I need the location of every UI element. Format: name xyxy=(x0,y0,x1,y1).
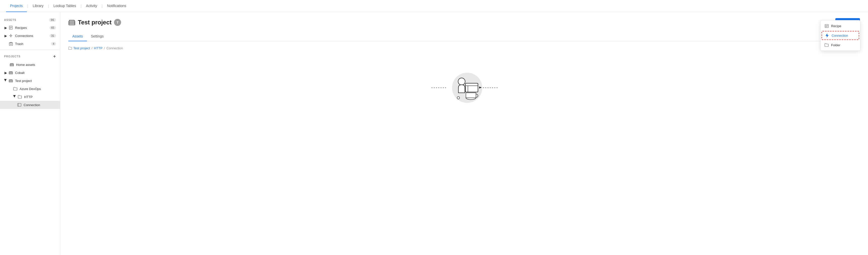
home-assets-stack-icon xyxy=(9,62,14,67)
connection-bolt-icon xyxy=(17,103,22,107)
sidebar-item-azure-devops[interactable]: Azure DevOps xyxy=(0,85,60,93)
cobalt-stack-icon xyxy=(8,70,13,75)
main-content: Test project T Create ▲ Assets Settings xyxy=(60,12,868,255)
nav-separator-4: | xyxy=(102,4,103,8)
illustration-figure xyxy=(453,73,483,103)
dropdown-item-folder[interactable]: Folder xyxy=(820,40,860,50)
dropdown-connection-label: Connection xyxy=(832,34,848,37)
recipes-label: Recipes xyxy=(15,26,50,30)
dropdown-connection-bolt-icon xyxy=(825,33,829,37)
dropdown-recipe-label: Recipe xyxy=(831,24,841,28)
azure-devops-label: Azure DevOps xyxy=(20,87,56,91)
svg-point-38 xyxy=(457,96,460,99)
projects-label: PROJECTS xyxy=(4,55,21,58)
sidebar: ASSETS 96 ▶ Recipes 65 ▶ xyxy=(0,12,60,255)
project-title-area: Test project T xyxy=(68,19,121,26)
projects-section-header: PROJECTS + xyxy=(0,52,60,61)
http-folder-icon xyxy=(18,94,22,99)
sidebar-item-trash[interactable]: Trash 4 xyxy=(0,40,60,48)
sidebar-item-connection[interactable]: Connection xyxy=(0,101,60,109)
project-name: Test project xyxy=(78,19,112,26)
cobalt-label: Cobalt xyxy=(15,71,56,75)
recipes-icon xyxy=(8,25,13,30)
svg-marker-5 xyxy=(10,34,11,34)
nav-item-lookup-tables[interactable]: Lookup Tables xyxy=(50,0,80,12)
svg-rect-37 xyxy=(466,93,476,98)
sidebar-item-cobalt[interactable]: ▶ Cobalt xyxy=(0,69,60,77)
nav-item-projects[interactable]: Projects xyxy=(6,0,27,12)
nav-separator-2: | xyxy=(48,4,49,8)
project-header: Test project T Create ▲ xyxy=(68,18,860,27)
dropdown-item-connection[interactable]: Connection xyxy=(822,31,859,40)
cobalt-chevron-icon: ▶ xyxy=(4,71,7,75)
trash-chevron-placeholder xyxy=(4,42,7,46)
assets-label: ASSETS xyxy=(4,18,16,21)
svg-marker-35 xyxy=(479,86,482,88)
illustration-dots-right xyxy=(483,87,498,88)
project-title: Test project T xyxy=(68,19,121,26)
connections-chevron-icon: ▶ xyxy=(4,34,7,37)
breadcrumb-project[interactable]: Test project xyxy=(73,46,90,50)
svg-marker-43 xyxy=(826,34,828,37)
http-label: HTTP xyxy=(24,95,56,99)
sidebar-item-recipes[interactable]: ▶ Recipes 65 xyxy=(0,24,60,32)
test-project-label: Test project xyxy=(15,79,56,83)
sidebar-item-home-assets[interactable]: Home assets xyxy=(0,61,60,69)
svg-rect-14 xyxy=(10,65,13,66)
top-nav: Projects | Library | Lookup Tables | Act… xyxy=(0,0,868,12)
svg-rect-16 xyxy=(9,72,12,72)
nav-separator-3: | xyxy=(81,4,82,8)
nav-item-activity[interactable]: Activity xyxy=(82,0,101,12)
breadcrumb-http[interactable]: HTTP xyxy=(94,46,102,50)
tab-settings[interactable]: Settings xyxy=(87,32,108,41)
breadcrumb-connection: Connection xyxy=(106,46,123,50)
nav-item-library[interactable]: Library xyxy=(29,0,48,12)
nav-separator-1: | xyxy=(27,4,28,8)
illustration-dots-left xyxy=(432,87,446,88)
breadcrumb-sep-1: / xyxy=(91,46,92,50)
test-project-stack-icon xyxy=(8,79,13,83)
empty-state xyxy=(68,55,860,115)
recipe-icon xyxy=(825,24,829,28)
breadcrumb: Test project / HTTP / Connection xyxy=(68,46,860,50)
svg-rect-32 xyxy=(465,83,478,92)
create-dropdown-menu: Recipe Connection Folder xyxy=(820,20,861,51)
connections-label: Connections xyxy=(15,34,50,38)
app-layout: ASSETS 96 ▶ Recipes 65 ▶ xyxy=(0,12,868,255)
trash-count-badge: 4 xyxy=(51,42,56,46)
svg-rect-18 xyxy=(9,74,12,74)
main-inner: Test project T Create ▲ Assets Settings xyxy=(60,12,868,255)
home-assets-label: Home assets xyxy=(16,63,56,67)
sidebar-item-connections[interactable]: ▶ Connections 31 xyxy=(0,32,60,40)
add-project-button[interactable]: + xyxy=(53,54,56,59)
breadcrumb-folder-icon xyxy=(68,47,72,50)
project-avatar: T xyxy=(114,19,121,26)
recipes-chevron-icon: ▶ xyxy=(4,26,7,29)
connection-label: Connection xyxy=(24,103,56,107)
connections-count-badge: 31 xyxy=(50,34,56,37)
assets-section-header: ASSETS 96 xyxy=(0,16,60,24)
http-chevron-icon: ▶ xyxy=(13,95,17,98)
main-tabs: Assets Settings xyxy=(68,32,860,41)
dropdown-item-recipe[interactable]: Recipe xyxy=(820,21,860,30)
project-stack-icon xyxy=(68,19,75,26)
svg-rect-20 xyxy=(9,80,12,80)
breadcrumb-sep-2: / xyxy=(104,46,105,50)
recipes-count-badge: 65 xyxy=(50,26,56,29)
tab-assets[interactable]: Assets xyxy=(68,32,87,41)
trash-label: Trash xyxy=(15,42,51,46)
dropdown-folder-icon xyxy=(825,43,829,47)
nav-item-notifications[interactable]: Notifications xyxy=(103,0,130,12)
azure-folder-icon xyxy=(13,86,18,91)
test-project-chevron-icon: ▶ xyxy=(4,79,7,83)
svg-rect-26 xyxy=(69,20,74,21)
sidebar-item-test-project[interactable]: ▶ Test project xyxy=(0,77,60,85)
illustration xyxy=(429,70,499,105)
assets-count-badge: 96 xyxy=(49,18,56,22)
svg-rect-22 xyxy=(9,82,12,82)
svg-rect-23 xyxy=(18,103,21,106)
svg-point-31 xyxy=(458,78,465,85)
sidebar-item-http[interactable]: ▶ HTTP xyxy=(0,93,60,101)
svg-point-4 xyxy=(10,35,11,36)
connections-icon xyxy=(8,33,13,38)
